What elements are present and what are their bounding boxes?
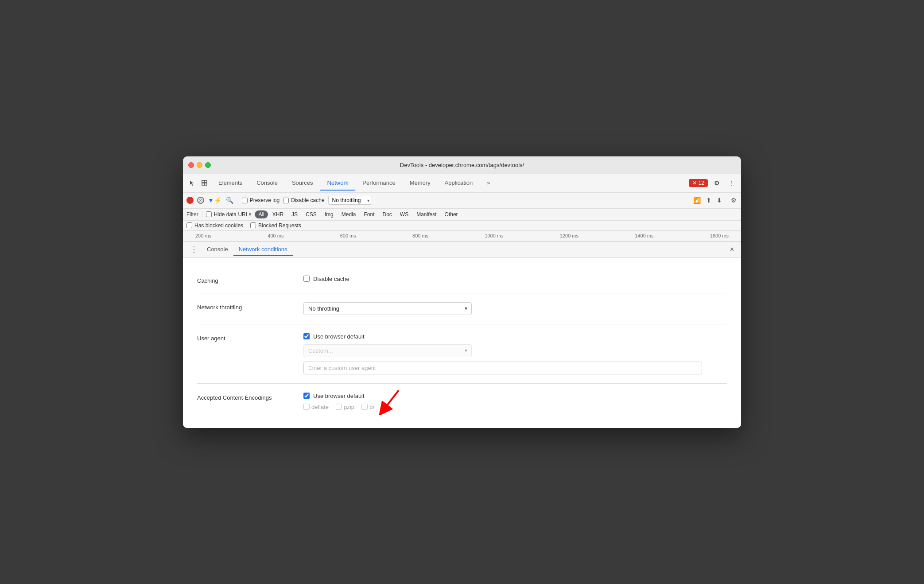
main-toolbar: Elements Console Sources Network Perform…: [183, 174, 741, 193]
filter-type-img[interactable]: Img: [321, 210, 337, 218]
filter-type-font[interactable]: Font: [360, 210, 378, 218]
has-blocked-cookies-label[interactable]: Has blocked cookies: [186, 222, 243, 229]
tab-network[interactable]: Network: [320, 176, 356, 191]
more-options-button[interactable]: ⋮: [726, 178, 738, 188]
throttling-controls: No throttling Fast 3G Slow 3G Offline: [303, 302, 727, 315]
filter-type-manifest[interactable]: Manifest: [413, 210, 440, 218]
custom-ua-input[interactable]: [303, 362, 702, 374]
record-button[interactable]: [186, 197, 194, 204]
inspect-button[interactable]: [199, 178, 210, 188]
drawer-close-button[interactable]: ×: [726, 244, 738, 255]
user-agent-row: User agent Use browser default Custom...: [197, 324, 727, 384]
devtools-window: DevTools - developer.chrome.com/tags/dev…: [183, 156, 741, 428]
timeline-mark-1: 400 ms: [268, 233, 283, 238]
encodings-use-default-row: Use browser default: [303, 393, 727, 399]
filter-type-js[interactable]: JS: [288, 210, 301, 218]
svg-line-4: [383, 390, 399, 410]
network-settings-icon[interactable]: ⚙: [730, 196, 738, 205]
use-browser-default-label: Use browser default: [313, 333, 365, 340]
network-conditions-panel: Caching Disable cache Network throttling…: [183, 258, 741, 428]
disable-cache-checkbox[interactable]: [283, 198, 289, 203]
drawer-tabs: ⋮ Console Network conditions ×: [183, 242, 741, 258]
encodings-row: Accepted Content-Encodings Use browser d…: [197, 384, 727, 419]
nc-disable-cache-checkbox[interactable]: [303, 276, 310, 282]
timeline-mark-4: 1000 ms: [485, 233, 503, 238]
filter-type-all[interactable]: All: [255, 210, 268, 218]
encodings-use-default-label: Use browser default: [313, 393, 365, 399]
drawer: ⋮ Console Network conditions × Caching D…: [183, 241, 741, 428]
tab-performance[interactable]: Performance: [355, 176, 402, 191]
blocked-requests-label[interactable]: Blocked Requests: [250, 222, 301, 229]
blocked-row: Has blocked cookies Blocked Requests: [183, 221, 741, 231]
tab-console[interactable]: Console: [249, 176, 285, 191]
titlebar: DevTools - developer.chrome.com/tags/dev…: [183, 156, 741, 174]
timeline-mark-0: 200 ms: [195, 233, 211, 238]
drawer-tab-network-conditions[interactable]: Network conditions: [233, 243, 293, 256]
error-badge[interactable]: ✕ 12: [689, 179, 708, 187]
encoding-gzip-checkbox[interactable]: [336, 404, 342, 410]
cursor-tool-button[interactable]: [186, 178, 198, 188]
drawer-tab-console[interactable]: Console: [202, 243, 233, 256]
search-button[interactable]: 🔍: [225, 196, 234, 205]
upload-icon[interactable]: ⬆: [705, 196, 712, 205]
maximize-button[interactable]: [205, 162, 211, 168]
tab-application[interactable]: Application: [438, 176, 480, 191]
custom-ua-select[interactable]: Custom...: [303, 344, 472, 357]
nc-throttle-select[interactable]: No throttling Fast 3G Slow 3G Offline: [303, 302, 472, 315]
encoding-br-checkbox[interactable]: [361, 404, 368, 410]
user-agent-controls: Use browser default Custom...: [303, 333, 727, 374]
minimize-button[interactable]: [197, 162, 202, 168]
disable-cache-row: Disable cache: [303, 276, 727, 282]
encoding-br-label: br: [369, 404, 375, 410]
close-button[interactable]: [188, 162, 194, 168]
user-agent-label: User agent: [197, 333, 286, 342]
encoding-deflate: deflate: [303, 404, 329, 410]
blocked-requests-checkbox[interactable]: [250, 222, 256, 228]
download-icon[interactable]: ⬇: [716, 196, 723, 205]
filter-type-other[interactable]: Other: [441, 210, 462, 218]
settings-button[interactable]: ⚙: [711, 178, 722, 188]
tab-elements[interactable]: Elements: [211, 176, 249, 191]
disable-cache-label[interactable]: Disable cache: [283, 197, 324, 203]
has-blocked-cookies-checkbox[interactable]: [186, 222, 192, 228]
preserve-log-label[interactable]: Preserve log: [242, 197, 280, 203]
error-count: 12: [699, 180, 704, 186]
encoding-deflate-label: deflate: [311, 404, 329, 410]
timeline-mark-7: 1600 ms: [710, 233, 729, 238]
hide-data-urls-label[interactable]: Hide data URLs: [206, 211, 252, 218]
filter-type-doc[interactable]: Doc: [379, 210, 396, 218]
use-browser-default-row: Use browser default: [303, 333, 727, 340]
cursor-icon: [189, 180, 195, 186]
encodings-label: Accepted Content-Encodings: [197, 393, 286, 401]
inspect-icon: [202, 180, 208, 186]
throttling-label: Network throttling: [197, 302, 286, 311]
svg-rect-2: [202, 183, 204, 185]
tab-sources[interactable]: Sources: [285, 176, 320, 191]
filter-type-xhr[interactable]: XHR: [269, 210, 287, 218]
encoding-deflate-checkbox[interactable]: [303, 404, 310, 410]
tab-memory[interactable]: Memory: [403, 176, 438, 191]
tab-more[interactable]: »: [480, 176, 497, 191]
filter-types: All XHR JS CSS Img Media Font Doc WS Man…: [255, 210, 461, 218]
clear-button[interactable]: ⊘: [197, 197, 204, 204]
encodings-controls: Use browser default: [303, 393, 727, 410]
hide-data-urls-checkbox[interactable]: [206, 211, 212, 217]
filter-type-css[interactable]: CSS: [302, 210, 320, 218]
nc-throttle-select-wrapper: No throttling Fast 3G Slow 3G Offline: [303, 302, 472, 315]
use-browser-default-checkbox[interactable]: [303, 333, 310, 339]
drawer-menu-icon[interactable]: ⋮: [186, 243, 202, 256]
throttle-select-wrapper: No throttling Fast 3G Slow 3G Offline: [328, 196, 372, 205]
timeline-mark-5: 1200 ms: [560, 233, 578, 238]
filter-type-media[interactable]: Media: [338, 210, 360, 218]
encodings-use-default-checkbox[interactable]: [303, 393, 310, 399]
wifi-icon[interactable]: 📶: [692, 196, 702, 205]
preserve-log-checkbox[interactable]: [242, 198, 248, 203]
filter-icon[interactable]: ▼⚡: [208, 197, 221, 204]
filter-type-ws[interactable]: WS: [396, 210, 412, 218]
timeline-mark-3: 800 ms: [412, 233, 428, 238]
throttle-select[interactable]: No throttling Fast 3G Slow 3G Offline: [328, 196, 372, 205]
custom-ua-select-wrapper: Custom...: [303, 344, 472, 357]
filter-label: Filter: [186, 211, 198, 218]
caching-row: Caching Disable cache: [197, 267, 727, 293]
timeline-mark-2: 600 ms: [340, 233, 356, 238]
